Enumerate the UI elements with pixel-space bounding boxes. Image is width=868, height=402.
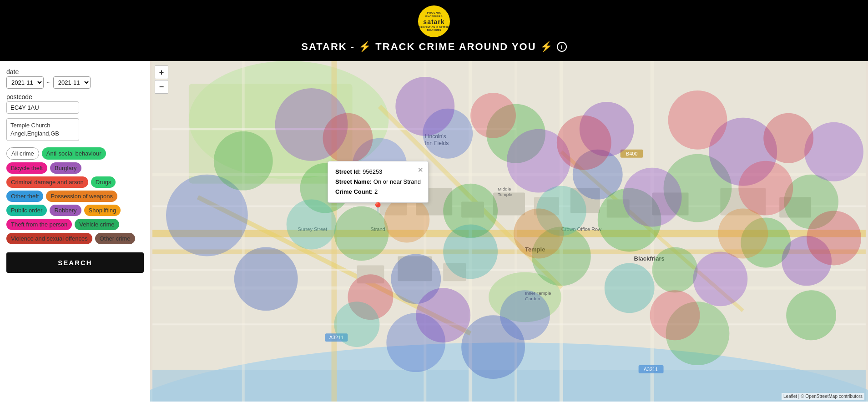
svg-point-93 bbox=[738, 161, 793, 216]
crime-tag-robbery[interactable]: Robbery bbox=[50, 205, 81, 216]
svg-text:A3211: A3211 bbox=[644, 367, 658, 372]
svg-point-76 bbox=[786, 290, 836, 340]
svg-point-95 bbox=[650, 290, 700, 340]
map-popup: ✕ Street Id: 956253 Street Name: On or n… bbox=[328, 161, 429, 203]
svg-point-92 bbox=[763, 113, 813, 163]
svg-point-90 bbox=[557, 116, 611, 170]
svg-point-65 bbox=[214, 131, 273, 191]
logo-text: PHOENIX ENCODERS satark PREVENTION IS BE… bbox=[418, 11, 450, 31]
crime-tag-vehicle-crime[interactable]: Vehicle crime bbox=[75, 219, 119, 230]
date-to-select[interactable]: 2021-09 2021-10 2021-11 2021-12 2022-01 bbox=[53, 76, 91, 89]
info-icon[interactable]: i bbox=[557, 42, 567, 52]
crime-tag-public-order[interactable]: Public order bbox=[6, 205, 47, 216]
svg-point-86 bbox=[693, 251, 747, 306]
crime-tag-other-crime[interactable]: Other crime bbox=[95, 233, 135, 244]
zoom-out-button[interactable]: − bbox=[155, 80, 168, 94]
main-layout: date 2021-09 2021-10 2021-11 2021-12 202… bbox=[0, 61, 868, 402]
crime-tag-violence-and-sexual-offences[interactable]: Violence and sexual offences bbox=[6, 233, 92, 244]
crime-tag-anti-social-behaviour[interactable]: Anti-social behaviour bbox=[42, 147, 106, 160]
svg-point-57 bbox=[234, 247, 298, 311]
postcode-label: postcode bbox=[6, 93, 144, 100]
crime-tag-bicycle-theft[interactable]: Bicycle theft bbox=[6, 162, 47, 174]
svg-point-94 bbox=[807, 211, 861, 266]
app-title: SATARK - ⚡ TRACK CRIME AROUND YOU ⚡ bbox=[301, 41, 553, 53]
date-row: 2021-09 2021-10 2021-11 2021-12 2022-01 … bbox=[6, 76, 144, 89]
svg-point-84 bbox=[804, 122, 863, 181]
map-attribution: Leaflet | © OpenStreetMap contributors bbox=[782, 393, 864, 400]
map-controls: + − bbox=[155, 65, 168, 94]
crime-tag-theft-from-the-person[interactable]: Theft from the person bbox=[6, 219, 72, 230]
svg-point-101 bbox=[334, 302, 380, 347]
svg-point-88 bbox=[323, 113, 373, 163]
logo-top: PHOENIX ENCODERS bbox=[418, 11, 450, 18]
address-box: Temple Church Angel,England,GB bbox=[6, 118, 79, 141]
svg-point-97 bbox=[287, 200, 337, 250]
zoom-in-button[interactable]: + bbox=[155, 65, 168, 79]
address-line1: Temple Church bbox=[10, 122, 50, 129]
date-from-select[interactable]: 2021-09 2021-10 2021-11 2021-12 2022-01 bbox=[6, 76, 44, 89]
logo-sub: PREVENTION IS BETTER THAN CURE bbox=[418, 26, 450, 31]
svg-point-89 bbox=[470, 93, 516, 138]
svg-point-104 bbox=[718, 209, 768, 259]
svg-text:Temple: Temple bbox=[498, 192, 513, 197]
crime-tag-criminal-damage-and-arson[interactable]: Criminal damage and arson bbox=[6, 176, 88, 188]
logo-main: satark bbox=[418, 18, 450, 26]
postcode-section: postcode bbox=[6, 93, 144, 114]
svg-point-85 bbox=[416, 288, 470, 342]
crime-tag-other-theft[interactable]: Other theft bbox=[6, 191, 43, 202]
svg-point-98 bbox=[443, 225, 498, 279]
popup-street-id: Street Id: 956253 bbox=[335, 167, 421, 177]
crime-tag-all-crime[interactable]: All crime bbox=[6, 147, 39, 160]
crime-tag-possession-of-weapons[interactable]: Possession of weapons bbox=[46, 191, 117, 202]
svg-text:B400: B400 bbox=[626, 151, 638, 156]
date-section: date 2021-09 2021-10 2021-11 2021-12 202… bbox=[6, 68, 144, 89]
search-button[interactable]: SEARCH bbox=[6, 252, 144, 273]
crime-tag-drugs[interactable]: Drugs bbox=[91, 176, 116, 188]
sidebar: date 2021-09 2021-10 2021-11 2021-12 202… bbox=[0, 61, 150, 402]
svg-point-75 bbox=[652, 247, 698, 292]
app-logo: PHOENIX ENCODERS satark PREVENTION IS BE… bbox=[418, 5, 450, 37]
popup-street-name-value: On or near Strand bbox=[373, 178, 421, 185]
svg-point-79 bbox=[395, 77, 454, 136]
map-container[interactable]: Strand Surrey Street Crown Office Row Mi… bbox=[150, 61, 868, 402]
address-line2: Angel,England,GB bbox=[10, 130, 59, 137]
crime-tag-shoplifting[interactable]: Shoplifting bbox=[84, 205, 121, 216]
svg-point-63 bbox=[500, 290, 550, 340]
popup-close-button[interactable]: ✕ bbox=[418, 164, 424, 176]
app-header: PHOENIX ENCODERS satark PREVENTION IS BE… bbox=[0, 0, 868, 61]
popup-crime-count-value: 2 bbox=[374, 188, 378, 195]
popup-crime-count: Crime Count: 2 bbox=[335, 187, 421, 197]
svg-text:Middle: Middle bbox=[498, 186, 511, 191]
map-background: Strand Surrey Street Crown Office Row Mi… bbox=[150, 61, 868, 402]
date-tilde: ~ bbox=[46, 79, 50, 86]
popup-street-name: Street Name: On or near Strand bbox=[335, 177, 421, 187]
popup-street-id-value: 956253 bbox=[363, 168, 382, 175]
svg-point-100 bbox=[605, 263, 655, 313]
postcode-input[interactable] bbox=[6, 101, 79, 114]
svg-point-102 bbox=[384, 197, 429, 243]
svg-point-91 bbox=[668, 90, 727, 150]
location-pin-icon: 📍 bbox=[372, 199, 384, 216]
crime-tag-burglary[interactable]: Burglary bbox=[50, 162, 81, 174]
svg-point-82 bbox=[623, 168, 682, 227]
svg-point-103 bbox=[514, 209, 564, 259]
crime-filters: All crimeAnti-social behaviourBicycle th… bbox=[6, 147, 144, 244]
date-label: date bbox=[6, 68, 144, 75]
